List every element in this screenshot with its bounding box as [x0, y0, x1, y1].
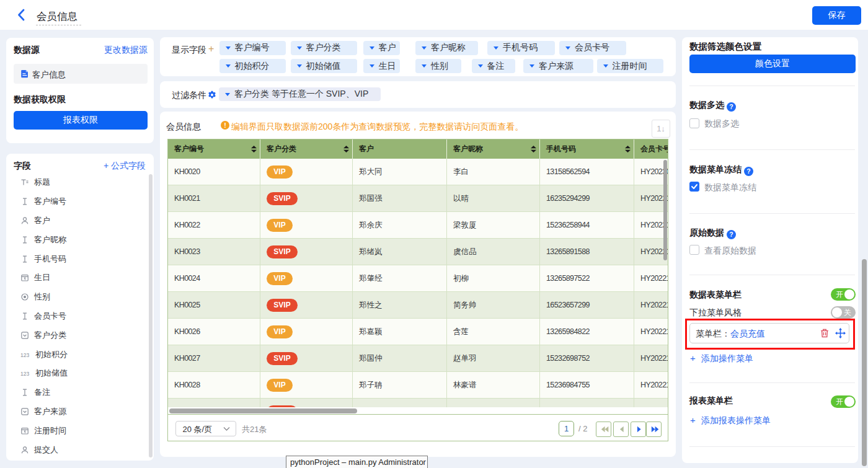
svg-text:123: 123 [20, 371, 29, 377]
svg-text:123: 123 [20, 352, 29, 358]
